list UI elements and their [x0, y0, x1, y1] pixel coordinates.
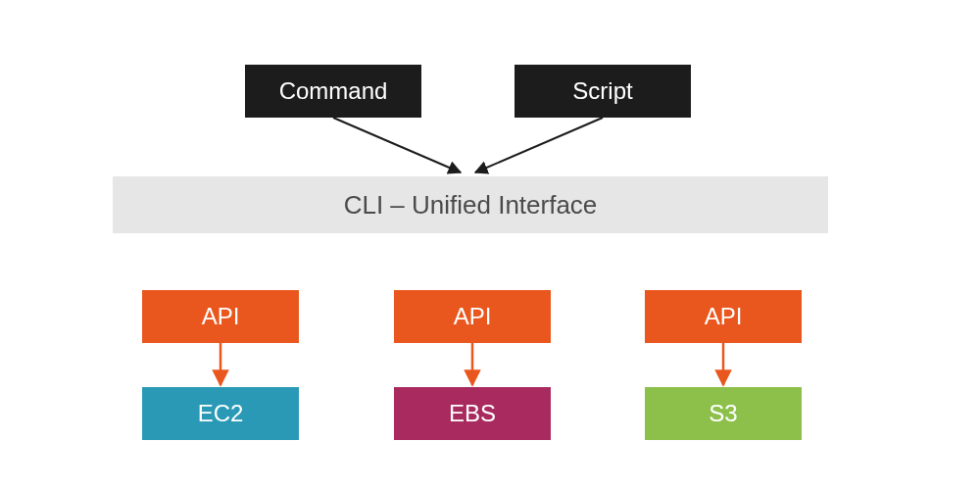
box-api-ec2: API [142, 290, 299, 343]
svg-line-1 [475, 118, 603, 172]
label-script: Script [572, 77, 632, 105]
svg-line-4 [529, 233, 717, 288]
box-cli: CLI – Unified Interface [113, 176, 828, 233]
label-cli: CLI – Unified Interface [344, 190, 598, 220]
svg-line-2 [225, 233, 412, 288]
label-service-ec2: EC2 [198, 400, 244, 427]
box-script: Script [514, 65, 691, 118]
label-api-1: API [202, 303, 240, 330]
box-service-ec2: EC2 [142, 387, 299, 440]
svg-line-3 [470, 233, 472, 288]
box-api-ebs: API [394, 290, 551, 343]
svg-line-0 [333, 118, 461, 172]
label-service-ebs: EBS [449, 400, 496, 427]
box-command: Command [245, 65, 421, 118]
box-api-s3: API [645, 290, 802, 343]
label-command: Command [279, 77, 388, 105]
label-api-2: API [454, 303, 492, 330]
box-service-s3: S3 [645, 387, 802, 440]
box-service-ebs: EBS [394, 387, 551, 440]
label-api-3: API [705, 303, 743, 330]
label-service-s3: S3 [709, 400, 737, 427]
